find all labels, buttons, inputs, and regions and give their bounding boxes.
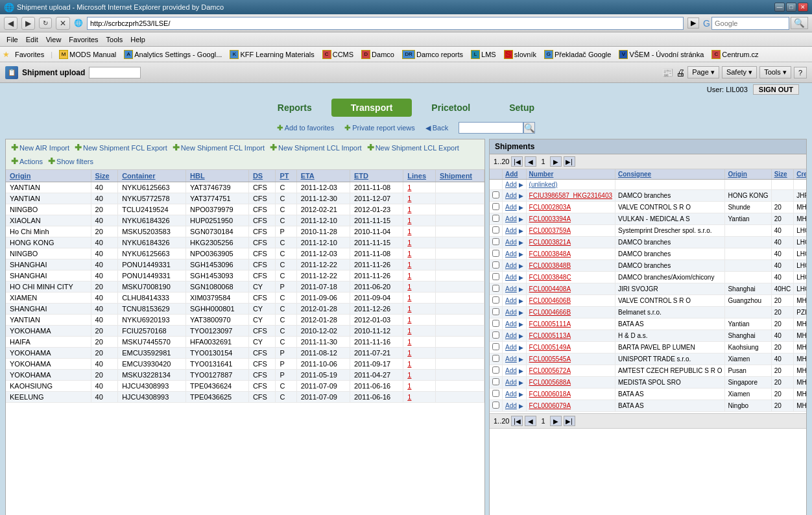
table-cell[interactable]: SGH1453096: [186, 259, 249, 270]
number-cell[interactable]: FCL0003759A: [526, 225, 615, 237]
fav-centrum[interactable]: C Centrum.cz: [709, 49, 761, 60]
col-hbl[interactable]: HBL: [186, 170, 249, 182]
add-link[interactable]: Add: [505, 332, 517, 339]
col-eta[interactable]: ETA: [296, 170, 350, 182]
refresh-button[interactable]: ↻: [39, 18, 52, 29]
tools-button[interactable]: Tools ▾: [759, 66, 791, 78]
lines-link[interactable]: 1: [407, 305, 411, 313]
arrow-link[interactable]: ▶: [519, 204, 523, 211]
number-cell[interactable]: FCL0002803A: [526, 202, 615, 213]
table-cell[interactable]: TYO0131641: [186, 359, 249, 370]
menu-file[interactable]: File: [3, 34, 22, 45]
row-checkbox[interactable]: [492, 390, 499, 397]
row-checkbox[interactable]: [492, 261, 499, 269]
table-cell[interactable]: CLHU8414333: [118, 293, 186, 304]
add-cell[interactable]: Add ▶: [503, 225, 527, 237]
new-fcl-import-button[interactable]: ✚ New Shipment FCL Import: [171, 142, 266, 153]
add-cell[interactable]: Add ▶: [503, 342, 527, 353]
number-cell[interactable]: FCL0005688A: [526, 377, 615, 389]
shipment-number[interactable]: FCL0004606B: [529, 297, 571, 304]
arrow-link[interactable]: ▶: [519, 193, 523, 199]
table-cell[interactable]: YANTIAN: [6, 193, 91, 204]
table-cell[interactable]: NYKU6125663: [118, 182, 186, 193]
window-controls[interactable]: — □ ✕: [774, 3, 808, 12]
menu-edit[interactable]: Edit: [22, 34, 42, 45]
table-cell[interactable]: XIAMEN: [6, 293, 91, 304]
back-link[interactable]: ◀ Back: [425, 124, 448, 132]
add-cell[interactable]: Add ▶: [503, 180, 527, 190]
table-cell[interactable]: TCNU8153629: [118, 304, 186, 315]
shipment-number[interactable]: FCL0003848B: [529, 262, 571, 269]
new-lcl-export-button[interactable]: ✚ New Shipment LCL Export: [366, 142, 460, 153]
arrow-link[interactable]: ▶: [519, 274, 523, 281]
table-cell[interactable]: TYO0127887: [186, 370, 249, 381]
table-cell[interactable]: SHANGHAI: [6, 304, 91, 315]
arrow-link[interactable]: ▶: [519, 216, 523, 222]
table-cell[interactable]: YOKOHAMA: [6, 370, 91, 381]
table-cell[interactable]: NYKU6184326: [118, 215, 186, 226]
arrow-link[interactable]: ▶: [519, 333, 523, 339]
add-link[interactable]: Add: [505, 274, 517, 281]
col-lines[interactable]: Lines: [403, 170, 436, 182]
arrow-link[interactable]: ▶: [519, 379, 523, 386]
fav-analytics[interactable]: A Analytics Settings - Googl...: [121, 49, 224, 60]
next-page-button-bottom[interactable]: ▶: [550, 416, 562, 426]
number-cell[interactable]: FCL0006079A: [526, 400, 615, 412]
row-checkbox[interactable]: [492, 203, 499, 210]
table-cell[interactable]: SHANGHAI: [6, 259, 91, 270]
arrow-link[interactable]: ▶: [519, 182, 523, 188]
fav-damco-reports[interactable]: DR Damco reports: [400, 49, 466, 60]
add-link[interactable]: Add: [505, 309, 517, 316]
table-cell[interactable]: SGHH000801: [186, 304, 249, 315]
prev-page-button[interactable]: ◀: [525, 156, 536, 167]
table-cell[interactable]: KEELUNG: [6, 392, 91, 403]
arrow-link[interactable]: ▶: [519, 368, 523, 374]
row-checkbox[interactable]: [492, 215, 499, 222]
table-cell[interactable]: NYKU5772578: [118, 193, 186, 204]
arrow-link[interactable]: ▶: [519, 263, 523, 269]
last-page-button-bottom[interactable]: ▶|: [564, 416, 575, 426]
shipment-number[interactable]: FCL0005113A: [529, 332, 571, 339]
table-cell[interactable]: YAT3746739: [186, 182, 249, 193]
shipment-number[interactable]: FCIU3986587_HKG2316403: [529, 192, 612, 199]
arrow-link[interactable]: ▶: [519, 321, 523, 328]
forward-button[interactable]: ▶: [21, 17, 35, 30]
lines-link[interactable]: 1: [407, 195, 411, 202]
add-cell[interactable]: Add ▶: [503, 283, 527, 295]
go-button[interactable]: ▶: [687, 18, 699, 29]
private-reports-link[interactable]: ✚ Private report views: [344, 124, 415, 132]
add-link[interactable]: Add: [505, 227, 517, 234]
table-cell[interactable]: MSKU5203583: [118, 226, 186, 237]
scol-origin[interactable]: Origin: [725, 169, 771, 180]
search-field-toolbar[interactable]: [89, 67, 141, 78]
scol-created[interactable]: Created by: [794, 169, 807, 180]
stop-button[interactable]: ✕: [56, 17, 70, 30]
add-link[interactable]: Add: [505, 379, 517, 386]
fav-ccms[interactable]: C CCMS: [320, 49, 356, 60]
add-link[interactable]: Add: [505, 215, 517, 222]
tab-transport[interactable]: Transport: [331, 99, 412, 117]
number-cell[interactable]: FCL0003848B: [526, 260, 615, 272]
row-checkbox[interactable]: [492, 238, 499, 245]
row-checkbox[interactable]: [492, 250, 499, 257]
add-link[interactable]: Add: [505, 390, 517, 398]
table-cell[interactable]: SGH1453093: [186, 270, 249, 281]
add-link[interactable]: Add: [505, 239, 517, 246]
table-cell[interactable]: TPE0436625: [186, 392, 249, 403]
new-air-import-button[interactable]: ✚ New AIR Import: [10, 142, 71, 153]
table-cell[interactable]: TCLU2419524: [118, 204, 186, 215]
number-cell[interactable]: FCL0005672A: [526, 365, 615, 377]
tab-pricetool[interactable]: Pricetool: [412, 99, 490, 117]
table-cell[interactable]: TPE0436624: [186, 381, 249, 392]
shipment-number[interactable]: FCL0005111A: [529, 320, 571, 328]
print-icon[interactable]: 🖨: [676, 67, 685, 78]
arrow-link[interactable]: ▶: [519, 403, 523, 409]
lines-link[interactable]: 1: [407, 382, 411, 390]
shipment-number[interactable]: FCL0003848C: [529, 274, 571, 281]
fav-lms[interactable]: L LMS: [468, 49, 499, 60]
lines-link[interactable]: 1: [407, 217, 411, 224]
col-shipment[interactable]: Shipment: [435, 170, 484, 182]
add-link[interactable]: Add: [505, 297, 517, 304]
table-cell[interactable]: NYKU6920193: [118, 315, 186, 326]
tab-reports[interactable]: Reports: [258, 99, 331, 117]
